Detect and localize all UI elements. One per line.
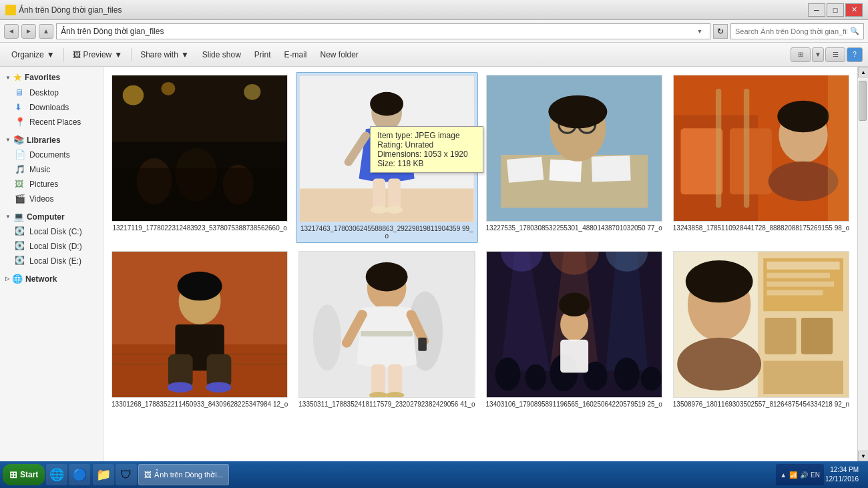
photo-item-8[interactable]: 13508976_1801169303502557_81264875454334… — [670, 248, 852, 411]
start-button[interactable]: ⊞ Start — [3, 464, 45, 485]
photo-item-1[interactable]: 13217119_1778022312483923_53780753887385… — [109, 72, 290, 243]
preview-button[interactable]: 🖼 Preview ▼ — [67, 45, 129, 64]
sidebar-item-desktop[interactable]: 🖥 Desktop — [0, 85, 103, 100]
favorites-section: ▼ ★ Favorites 🖥 Desktop ⬇ Downloads 📍 Re… — [0, 69, 103, 130]
svg-point-87 — [686, 260, 753, 302]
taskbar-shield-icon[interactable]: 🛡 — [116, 464, 137, 485]
organize-button[interactable]: Organize ▼ — [5, 45, 61, 64]
svg-rect-32 — [730, 128, 772, 194]
svg-rect-22 — [549, 160, 582, 182]
taskbar-folder-icon[interactable]: 📁 — [93, 464, 114, 485]
libraries-icon: 📚 — [13, 135, 24, 145]
scroll-track[interactable] — [858, 77, 868, 451]
scroll-down-button[interactable]: ▼ — [858, 451, 868, 461]
view-dropdown-button[interactable]: ▼ — [812, 47, 824, 62]
email-button[interactable]: E-mail — [278, 45, 312, 64]
language-label: EN — [811, 471, 820, 479]
new-folder-button[interactable]: New folder — [314, 45, 365, 64]
sidebar-item-recent-places[interactable]: 📍 Recent Places — [0, 115, 103, 130]
toolbar-sep-2 — [131, 48, 132, 61]
photo-label-5: 13301268_1788352211450933_84309628225347… — [112, 401, 288, 408]
sidebar-item-downloads[interactable]: ⬇ Downloads — [0, 100, 103, 115]
photo-item-7[interactable]: 13403106_1790895891196565_16025064220579… — [483, 248, 665, 411]
taskbar-chrome-icon[interactable]: 🔵 — [69, 464, 90, 485]
maximize-button[interactable]: □ — [827, 3, 844, 17]
print-button[interactable]: Print — [248, 45, 277, 64]
photo-grid: 13217119_1778022312483923_53780753887385… — [109, 72, 852, 411]
forward-button[interactable]: ► — [21, 24, 36, 39]
back-button[interactable]: ◄ — [4, 24, 19, 39]
tray-expand-icon[interactable]: ▲ — [780, 471, 787, 479]
main-scrollbar[interactable]: ▲ ▼ — [857, 67, 868, 461]
photo-thumb-2 — [299, 75, 474, 222]
videos-label: Videos — [29, 194, 53, 204]
sidebar-item-music[interactable]: 🎵 Music — [0, 162, 103, 177]
svg-point-48 — [168, 382, 193, 393]
search-input[interactable] — [735, 27, 847, 35]
start-label: Start — [20, 470, 38, 479]
svg-point-16 — [371, 206, 387, 214]
scroll-thumb[interactable] — [859, 81, 867, 121]
view-toggle-button[interactable]: ⊞ — [791, 47, 811, 62]
favorites-triangle: ▼ — [5, 75, 11, 81]
taskbar-ie-icon[interactable]: 🌐 — [46, 464, 67, 485]
libraries-section: ▼ 📚 Libraries 📄 Documents 🎵 Music 🖼 Pict… — [0, 132, 103, 206]
downloads-icon: ⬇ — [15, 102, 25, 113]
taskbar-explorer-window[interactable]: 🖼 Ảnh trên Dòng thời... — [138, 464, 228, 485]
photo-item-2[interactable]: Item type: JPEG image Rating: Unrated Di… — [296, 72, 477, 243]
minimize-button[interactable]: ─ — [808, 3, 825, 17]
tray-volume-icon: 🔊 — [800, 471, 808, 479]
sidebar-item-pictures[interactable]: 🖼 Pictures — [0, 177, 103, 192]
svg-rect-21 — [506, 157, 543, 183]
photo-item-4[interactable]: 13243858_1785110928441728_88882088175269… — [670, 72, 852, 243]
scroll-up-button[interactable]: ▲ — [858, 67, 868, 77]
sidebar-item-local-disk-e[interactable]: 💽 Local Disk (E:) — [0, 254, 103, 268]
share-with-button[interactable]: Share with ▼ — [134, 45, 195, 64]
path-dropdown[interactable]: ▼ — [694, 28, 706, 35]
pictures-label: Pictures — [29, 180, 58, 189]
local-disk-c-label: Local Disk (C:) — [29, 227, 82, 236]
photo-item-3[interactable]: 13227535_1780308532255301_48801438701032… — [483, 72, 665, 243]
refresh-button[interactable]: ↻ — [713, 24, 728, 39]
photo-item-6[interactable]: 13350311_1788352418117579_23202792382429… — [296, 248, 477, 411]
photo-item-5[interactable]: 13301268_1788352211450933_84309628225347… — [109, 248, 290, 411]
network-label: Network — [25, 274, 57, 284]
photo-thumb-7 — [486, 251, 662, 398]
sidebar-item-documents[interactable]: 📄 Documents — [0, 148, 103, 162]
address-path[interactable]: Ảnh trên Dòng thời gian_files ▼ — [56, 23, 710, 39]
clock-time: 12:34 PM — [825, 465, 859, 475]
taskbar-window-icon: 🖼 — [144, 471, 152, 479]
local-disk-e-label: Local Disk (E:) — [29, 256, 81, 266]
svg-rect-84 — [767, 282, 834, 287]
favorites-header[interactable]: ▼ ★ Favorites — [0, 69, 103, 85]
svg-point-62 — [366, 262, 408, 292]
photo-thumb-3 — [486, 75, 662, 222]
details-pane-button[interactable]: ☰ — [825, 47, 845, 62]
libraries-header[interactable]: ▼ 📚 Libraries — [0, 132, 103, 148]
local-disk-d-icon: 💽 — [15, 241, 25, 252]
help-button[interactable]: ? — [847, 47, 863, 62]
photo-label-6: 13350311_1788352418117579_23202792382429… — [298, 401, 475, 408]
sidebar: ▼ ★ Favorites 🖥 Desktop ⬇ Downloads 📍 Re… — [0, 67, 103, 461]
svg-rect-59 — [388, 364, 402, 394]
close-button[interactable]: ✕ — [845, 3, 863, 17]
toolbar: Organize ▼ 🖼 Preview ▼ Share with ▼ Slid… — [0, 43, 868, 67]
windows-logo-icon: ⊞ — [9, 469, 17, 480]
network-triangle: ▷ — [5, 276, 9, 282]
up-button[interactable]: ▲ — [39, 24, 53, 39]
photo-label-2: 13217463_1780306245588863_29229819811904… — [299, 225, 474, 240]
computer-header[interactable]: ▼ 💻 Computer — [0, 209, 103, 224]
svg-rect-54 — [361, 331, 413, 336]
organize-dropdown-icon: ▼ — [47, 50, 55, 59]
system-clock[interactable]: 12:34 PM 12/11/2016 — [825, 465, 859, 484]
photo-label-1: 13217119_1778022312483923_53780753887385… — [112, 224, 286, 232]
svg-point-28 — [548, 95, 607, 129]
computer-icon: 💻 — [13, 212, 24, 222]
sidebar-item-videos[interactable]: 🎬 Videos — [0, 192, 103, 206]
slideshow-button[interactable]: Slide show — [196, 45, 247, 64]
sidebar-item-local-disk-c[interactable]: 💽 Local Disk (C:) — [0, 224, 103, 239]
network-header[interactable]: ▷ 🌐 Network — [0, 271, 103, 286]
preview-dropdown-icon: ▼ — [114, 50, 122, 59]
svg-point-17 — [386, 206, 403, 214]
sidebar-item-local-disk-d[interactable]: 💽 Local Disk (D:) — [0, 239, 103, 254]
